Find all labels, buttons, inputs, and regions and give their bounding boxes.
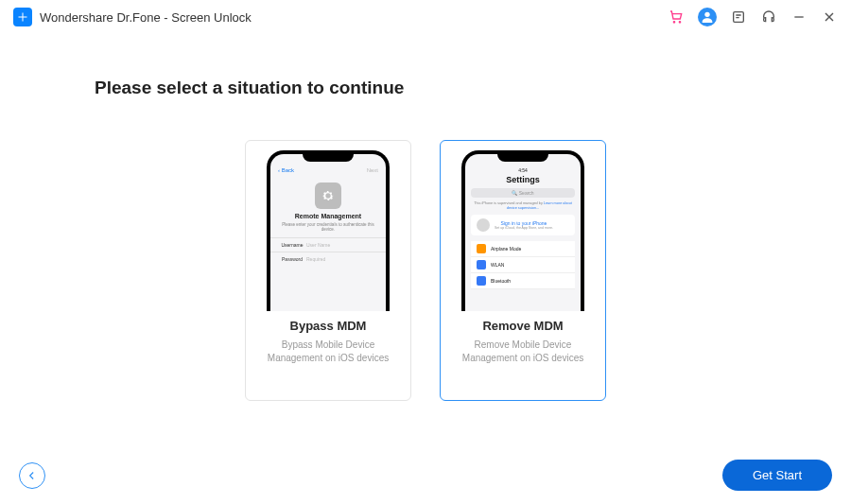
- card-desc-bypass: Bypass Mobile Device Management on iOS d…: [257, 339, 399, 365]
- supervision-notice: This iPhone is supervised and managed by…: [471, 201, 575, 211]
- app-logo-icon: [13, 8, 32, 26]
- svg-point-1: [679, 22, 680, 23]
- page-heading: Please select a situation to continue: [95, 78, 756, 98]
- user-icon[interactable]: [698, 8, 717, 26]
- rm-sub: Please enter your credentials to authent…: [270, 220, 386, 237]
- card-title-bypass: Bypass MDM: [257, 319, 399, 333]
- svg-point-2: [704, 12, 709, 17]
- card-title-remove: Remove MDM: [452, 319, 594, 333]
- signin-row: Sign in to your iPhone Set up iCloud, th…: [471, 215, 575, 235]
- svg-point-0: [673, 22, 674, 23]
- card-desc-remove: Remove Mobile Device Management on iOS d…: [452, 339, 594, 365]
- gear-icon: [315, 182, 341, 209]
- rm-title: Remote Management: [270, 213, 386, 220]
- minimize-icon[interactable]: [790, 9, 808, 26]
- support-icon[interactable]: [760, 9, 777, 26]
- back-label: ‹ Back: [278, 167, 294, 173]
- close-icon[interactable]: [821, 9, 838, 26]
- next-label: Next: [367, 167, 378, 173]
- avatar-icon: [477, 218, 490, 232]
- back-button[interactable]: [19, 462, 45, 489]
- feedback-icon[interactable]: [730, 9, 747, 26]
- phone-mockup-bypass: ‹ Back Next Remote Management Please ent…: [257, 150, 399, 311]
- row-wlan: WLAN: [471, 257, 575, 273]
- cart-icon[interactable]: [668, 9, 685, 26]
- settings-search: 🔍 Search: [471, 188, 575, 198]
- titlebar: Wondershare Dr.Fone - Screen Unlock: [0, 0, 851, 34]
- row-airplane: Airplane Mode: [471, 241, 575, 257]
- row-bluetooth: Bluetooth: [471, 273, 575, 289]
- card-remove-mdm[interactable]: 4:54 Settings 🔍 Search This iPhone is su…: [440, 140, 606, 401]
- phone-mockup-remove: 4:54 Settings 🔍 Search This iPhone is su…: [452, 150, 594, 311]
- app-title: Wondershare Dr.Fone - Screen Unlock: [40, 10, 668, 25]
- get-start-button[interactable]: Get Start: [722, 460, 832, 491]
- settings-title: Settings: [465, 175, 581, 186]
- card-bypass-mdm[interactable]: ‹ Back Next Remote Management Please ent…: [245, 140, 411, 401]
